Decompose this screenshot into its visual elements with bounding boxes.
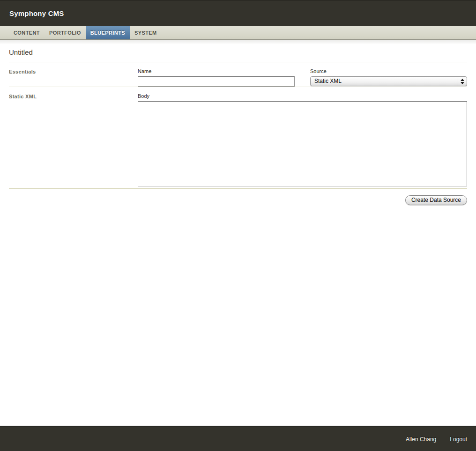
app-title: Symphony CMS [9, 9, 64, 17]
name-field-group: Name [138, 68, 295, 87]
name-input[interactable] [138, 76, 295, 87]
tab-content[interactable]: CONTENT [9, 26, 45, 39]
tab-blueprints[interactable]: BLUEPRINTS [86, 26, 130, 39]
name-label: Name [138, 68, 295, 74]
section-essentials: Essentials Name Source Static XML [9, 62, 467, 87]
arrow-up-icon [461, 79, 464, 81]
form-actions: Create Data Source [9, 188, 467, 205]
source-select-value: Static XML [311, 77, 458, 86]
app-header: Symphony CMS [0, 0, 476, 26]
user-link[interactable]: Allen Chang [406, 436, 436, 443]
body-label: Body [138, 93, 467, 99]
section-legend-essentials: Essentials [9, 68, 138, 87]
source-label: Source [310, 68, 467, 74]
section-legend-static-xml: Static XML [9, 93, 138, 188]
nav-shadow [0, 40, 476, 44]
page-title: Untitled [9, 49, 467, 56]
essentials-fields: Name Source Static XML [138, 68, 467, 87]
content: Untitled Essentials Name Source Static X… [0, 49, 476, 205]
arrow-down-icon [461, 82, 464, 84]
tab-portfolio[interactable]: PORTFOLIO [45, 26, 86, 39]
source-field-group: Source Static XML [310, 68, 467, 87]
body-field-group: Body [138, 93, 467, 188]
logout-link[interactable]: Logout [450, 436, 467, 443]
main-area: Untitled Essentials Name Source Static X… [0, 40, 476, 426]
section-static-xml: Static XML Body [9, 87, 467, 188]
source-select[interactable]: Static XML [310, 76, 467, 86]
nav-bar: CONTENT PORTFOLIO BLUEPRINTS SYSTEM [0, 26, 476, 40]
tab-system[interactable]: SYSTEM [130, 26, 162, 39]
body-textarea[interactable] [138, 101, 467, 186]
select-stepper-icon [458, 77, 467, 86]
create-data-source-button[interactable]: Create Data Source [405, 195, 467, 205]
page: Symphony CMS CONTENT PORTFOLIO BLUEPRINT… [0, 0, 476, 451]
app-footer: Allen Chang Logout [0, 426, 476, 451]
static-xml-fields: Body [138, 93, 467, 188]
